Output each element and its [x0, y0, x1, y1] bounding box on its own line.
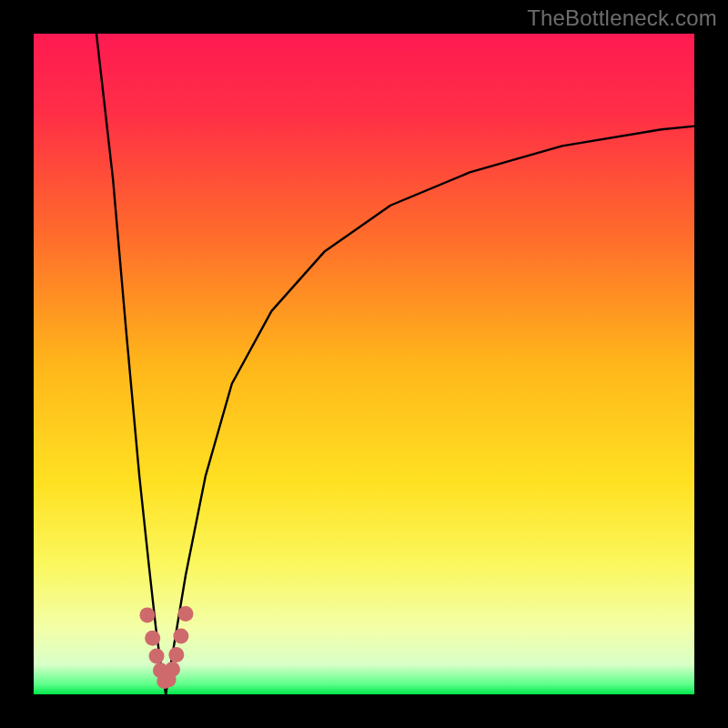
- svg-point-10: [177, 606, 193, 622]
- chart-canvas: [34, 34, 694, 694]
- outer-frame: TheBottleneck.com: [0, 0, 728, 728]
- sample-markers: [139, 606, 193, 689]
- svg-point-7: [165, 662, 180, 677]
- watermark-text: TheBottleneck.com: [527, 5, 717, 31]
- svg-point-3: [149, 648, 165, 663]
- bottleneck-curve: [96, 34, 694, 694]
- svg-point-2: [145, 631, 160, 646]
- svg-point-9: [173, 629, 188, 644]
- svg-point-1: [139, 607, 155, 622]
- svg-point-8: [168, 647, 184, 662]
- plot-area: [34, 34, 694, 694]
